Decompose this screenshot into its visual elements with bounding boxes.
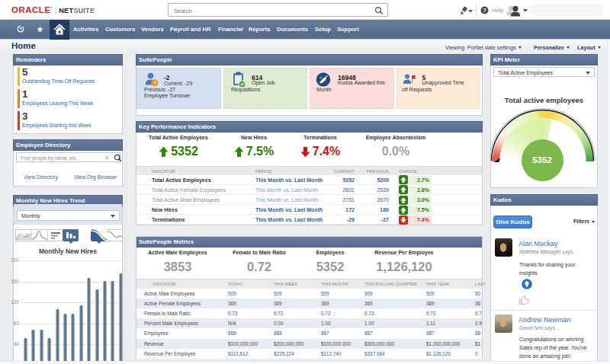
svg-text:?: ? (483, 7, 486, 14)
